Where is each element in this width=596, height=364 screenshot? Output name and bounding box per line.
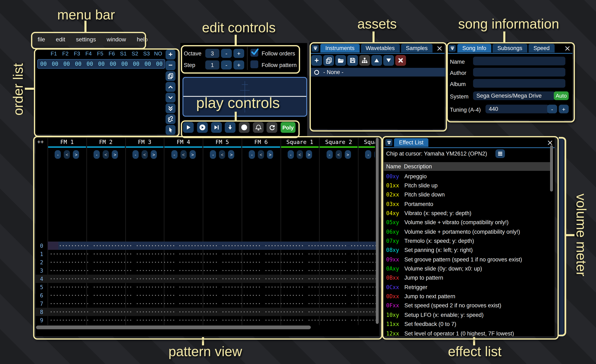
- pattern-cell[interactable]: [350, 266, 378, 275]
- pattern-cell[interactable]: [50, 291, 89, 299]
- asset-open-button[interactable]: [335, 55, 346, 66]
- pattern-cell[interactable]: [221, 275, 260, 283]
- menu-item[interactable]: window: [107, 36, 126, 43]
- pattern-cell[interactable]: [50, 258, 89, 266]
- asset-add-button[interactable]: +: [311, 55, 322, 66]
- channel-next-pattern-button[interactable]: >: [228, 150, 234, 159]
- channel-prev-pattern-button[interactable]: <: [142, 150, 148, 159]
- pattern-cell[interactable]: [221, 291, 260, 299]
- system-selector[interactable]: Sega Genesis/Mega Drive: [473, 91, 555, 100]
- effect-row[interactable]: 04xy Vibrato (x: speed; y: depth): [384, 209, 553, 218]
- pattern-cell[interactable]: [93, 291, 132, 299]
- octave-decrement-button[interactable]: -: [221, 49, 232, 58]
- effect-row[interactable]: 09xx Set groove pattern (speed 1 if no g…: [384, 255, 553, 264]
- metronome-button[interactable]: [253, 122, 264, 133]
- octave-value[interactable]: 3: [205, 49, 219, 58]
- effect-list-tab[interactable]: Effect List: [394, 138, 428, 147]
- channel-prev-pattern-button[interactable]: <: [180, 150, 186, 159]
- pattern-cell[interactable]: [350, 316, 378, 324]
- pattern-cell[interactable]: [307, 258, 346, 266]
- repeat-pattern-button[interactable]: [267, 122, 277, 133]
- order-move-bottom-button[interactable]: [165, 103, 176, 113]
- pattern-cell[interactable]: [135, 275, 174, 283]
- pattern-row[interactable]: 10: [36, 324, 378, 325]
- pattern-cell[interactable]: [221, 299, 260, 308]
- pattern-cell[interactable]: [93, 299, 132, 308]
- pattern-cell[interactable]: [264, 291, 303, 299]
- follow-orders-checkbox[interactable]: [250, 49, 258, 57]
- order-cell[interactable]: 00: [49, 61, 61, 67]
- pattern-cell[interactable]: [93, 308, 132, 316]
- pattern-row[interactable]: 3: [36, 266, 378, 275]
- pattern-cell[interactable]: [135, 324, 174, 325]
- pattern-cell[interactable]: [350, 291, 378, 299]
- menu-item[interactable]: file: [38, 36, 45, 43]
- channel-collapse-button[interactable]: -: [249, 150, 255, 159]
- effect-row[interactable]: 06xy Volume slide + portamento (compatib…: [384, 227, 553, 236]
- order-cell[interactable]: 00: [61, 61, 72, 67]
- pattern-cell[interactable]: [179, 258, 217, 266]
- pattern-cell[interactable]: [307, 283, 346, 291]
- pattern-cell[interactable]: [350, 258, 378, 266]
- effect-table-header[interactable]: Name Description: [384, 162, 553, 171]
- order-cell[interactable]: 00: [84, 61, 96, 67]
- effect-list-collapse-button[interactable]: [385, 139, 392, 146]
- pattern-cell[interactable]: [93, 324, 132, 325]
- order-cell[interactable]: 00: [96, 61, 107, 67]
- order-add-button[interactable]: +: [165, 50, 176, 59]
- channel-name[interactable]: Square 1: [280, 138, 319, 146]
- pattern-cell[interactable]: [93, 241, 132, 250]
- pattern-cell[interactable]: [264, 275, 303, 283]
- pattern-cell[interactable]: [307, 241, 346, 250]
- order-cell[interactable]: 00: [119, 61, 130, 67]
- pattern-row[interactable]: 8: [36, 308, 378, 316]
- channel-prev-pattern-button[interactable]: <: [335, 150, 342, 159]
- effect-row[interactable]: 00xy Arpeggio: [384, 172, 553, 181]
- song-info-tab[interactable]: Song Info: [457, 44, 491, 52]
- pattern-cell[interactable]: [50, 250, 89, 258]
- step-value[interactable]: 1: [205, 60, 219, 70]
- pattern-row[interactable]: 6: [36, 291, 378, 299]
- pattern-cell[interactable]: [264, 316, 303, 324]
- effect-row[interactable]: 0Axy Volume slide (0y: down; x0: up): [384, 264, 553, 273]
- assets-tab[interactable]: Instruments: [320, 44, 359, 52]
- order-unlink-button[interactable]: [165, 114, 176, 124]
- channel-next-pattern-button[interactable]: >: [344, 150, 351, 159]
- pattern-cell[interactable]: [264, 283, 303, 291]
- pattern-cell[interactable]: [179, 241, 217, 250]
- pattern-cell[interactable]: [221, 241, 260, 250]
- pattern-cell[interactable]: [93, 258, 132, 266]
- assets-close-icon[interactable]: ×: [436, 44, 443, 52]
- pattern-cell[interactable]: [221, 250, 260, 258]
- pattern-cell[interactable]: [350, 283, 378, 291]
- song-info-close-icon[interactable]: ×: [564, 44, 571, 52]
- order-remove-button[interactable]: −: [165, 60, 176, 70]
- pattern-row[interactable]: 5: [36, 283, 378, 291]
- follow-orders-label[interactable]: Follow orders: [261, 51, 295, 57]
- tuning-decrement-button[interactable]: -: [547, 105, 557, 113]
- order-move-down-button[interactable]: [165, 93, 176, 102]
- channel-name[interactable]: FM 6: [242, 138, 281, 146]
- channel-collapse-button[interactable]: -: [210, 150, 216, 159]
- pattern-corner-button[interactable]: ++: [37, 138, 44, 145]
- pattern-cell[interactable]: [221, 283, 260, 291]
- pattern-cell[interactable]: [264, 308, 303, 316]
- effect-row[interactable]: 0Fxx Set speed (speed 2 if no grooves ex…: [384, 301, 553, 310]
- album-field[interactable]: [473, 79, 565, 88]
- pattern-cell[interactable]: [350, 324, 378, 325]
- step-row-button[interactable]: [225, 122, 236, 133]
- pattern-cell[interactable]: [50, 266, 89, 275]
- tuning-field[interactable]: 440: [485, 105, 549, 113]
- channel-next-pattern-button[interactable]: >: [306, 150, 312, 159]
- pattern-cell[interactable]: [50, 299, 89, 308]
- effect-row[interactable]: 0Bxx Jump to pattern: [384, 273, 553, 283]
- follow-pattern-checkbox[interactable]: [250, 60, 258, 68]
- instrument-list-item[interactable]: - None -: [314, 69, 343, 75]
- effect-row[interactable]: 11xx Set feedback (0 to 7): [384, 320, 553, 329]
- effect-list-scrollbar[interactable]: [550, 145, 553, 191]
- channel-name[interactable]: Square 2: [319, 138, 358, 146]
- asset-delete-button[interactable]: [395, 55, 406, 66]
- pattern-cell[interactable]: [221, 258, 260, 266]
- channel-name[interactable]: FM 2: [87, 138, 125, 146]
- pattern-row[interactable]: 2: [36, 258, 378, 266]
